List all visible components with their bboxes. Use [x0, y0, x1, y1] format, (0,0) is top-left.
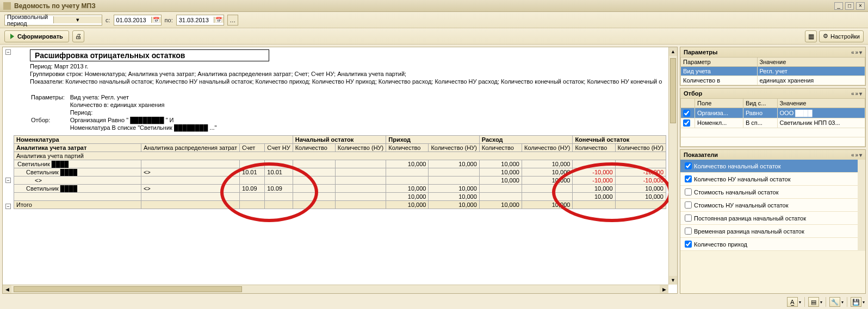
indicator-item[interactable]: Стоимость НУ начальный остаток: [680, 199, 858, 212]
panel-next[interactable]: »: [855, 152, 858, 158]
dropdown-icon[interactable]: ▾: [53, 16, 102, 23]
app-window: Ведомость по учету МПЗ _ □ × Произвольны…: [0, 0, 868, 309]
col-header: Количество (НУ): [335, 144, 386, 152]
calendar-icon[interactable]: 📅: [214, 17, 224, 23]
indicator-item[interactable]: Количество приход: [680, 238, 858, 251]
settings-toggle[interactable]: ⚙ Настройки: [819, 30, 864, 42]
dropdown-icon[interactable]: ▾: [841, 300, 844, 305]
parameters-panel: Параметры «»▾ ПараметрЗначение Вид учета…: [680, 47, 866, 86]
close-button[interactable]: ×: [856, 2, 865, 10]
collapse-button[interactable]: −: [5, 204, 11, 209]
panel-title-label: Отбор: [684, 90, 702, 97]
calendar-icon[interactable]: 📅: [151, 17, 161, 23]
font-button[interactable]: A̲: [787, 297, 798, 307]
indicator-label: Стоимость начальный остаток: [694, 189, 779, 196]
print-button[interactable]: 🖨: [72, 30, 84, 42]
horizontal-scrollbar[interactable]: ◀ ▶: [3, 285, 668, 293]
row-checkbox[interactable]: [683, 110, 690, 117]
col-header: Значение: [757, 58, 865, 67]
scrollbar-thumb[interactable]: [14, 286, 242, 292]
play-icon: [10, 34, 14, 39]
table-row[interactable]: Организа...РавноООО ████: [681, 108, 865, 118]
indicator-label: Количество приход: [694, 241, 747, 248]
collapse-button[interactable]: −: [5, 178, 11, 183]
filter-label: Отбор:: [31, 117, 69, 123]
panel-scrollbar[interactable]: [858, 160, 865, 251]
table-row[interactable]: Вид учетаРегл. учет: [681, 67, 865, 76]
tools-button[interactable]: 🔧: [829, 297, 840, 307]
panel-title-label: Параметры: [684, 49, 717, 55]
table-row[interactable]: <>10,00010,000-10,000-10,000: [14, 176, 666, 185]
title-bar: Ведомость по учету МПЗ _ □ ×: [0, 0, 868, 12]
collapse-button[interactable]: −: [5, 49, 11, 55]
indicator-checkbox[interactable]: [685, 215, 692, 222]
indicator-checkbox[interactable]: [685, 175, 692, 182]
date-from[interactable]: 📅: [114, 15, 162, 26]
layout-button[interactable]: ▤: [808, 297, 819, 307]
window-title: Ведомость по учету МПЗ: [14, 2, 96, 10]
param-row: Количество в: единицах хранения: [70, 102, 221, 108]
indicator-checkbox[interactable]: [685, 241, 692, 248]
dropdown-icon[interactable]: ▾: [799, 300, 801, 305]
panel-menu[interactable]: ▾: [859, 49, 862, 55]
indicator-checkbox[interactable]: [685, 162, 692, 169]
footer-toolbar: A̲▾ ▤▾ 🔧▾ 💾▾: [787, 297, 865, 307]
period-picker-button[interactable]: …: [227, 15, 238, 26]
table-row[interactable]: [681, 137, 865, 147]
panel-next[interactable]: »: [855, 91, 858, 97]
col-header: Поле: [695, 99, 743, 108]
period-mode-label: Произвольный период: [5, 14, 53, 27]
period-mode-select[interactable]: Произвольный период ▾: [4, 15, 102, 26]
indicator-checkbox[interactable]: [685, 188, 692, 196]
date-from-input[interactable]: [114, 17, 151, 23]
date-to[interactable]: 📅: [176, 15, 224, 26]
indicator-checkbox[interactable]: [685, 228, 692, 235]
col-header: Количество (НУ): [615, 144, 666, 152]
scrollbar-thumb[interactable]: [670, 58, 676, 123]
total-row: Итого10,00010,00010,00010,000: [14, 201, 666, 209]
panel-prev[interactable]: «: [851, 49, 854, 55]
date-to-input[interactable]: [177, 17, 214, 23]
settings-icon: ⚙: [823, 33, 828, 40]
report-pane: − Расшифровка отрицательных остатков Пер…: [2, 47, 678, 294]
table-row[interactable]: 10,00010,00010,00010,000: [14, 193, 666, 201]
dropdown-icon[interactable]: ▾: [820, 300, 822, 305]
minimize-button[interactable]: _: [834, 2, 843, 10]
main-area: − Расшифровка отрицательных остатков Пер…: [0, 45, 868, 296]
panel-menu[interactable]: ▾: [859, 152, 862, 158]
filter-row: Организация Равно " ████████ " И: [70, 117, 221, 123]
vertical-scrollbar[interactable]: ▲ ▼: [668, 47, 677, 285]
panel-prev[interactable]: «: [851, 91, 854, 97]
col-header: Количество: [573, 144, 615, 152]
table-row[interactable]: Светильник ████10,00010,00010,00010,000: [14, 160, 666, 168]
col-header: Количество (НУ): [429, 144, 479, 152]
table-row[interactable]: Количество вединицах хранения: [681, 76, 865, 85]
row-checkbox[interactable]: [683, 119, 690, 127]
from-label: с:: [106, 17, 110, 23]
save-button[interactable]: 💾: [851, 297, 861, 307]
indicator-checkbox[interactable]: [685, 201, 692, 209]
indicator-item[interactable]: Количество НУ начальный остаток: [680, 173, 858, 186]
panel-next[interactable]: »: [855, 49, 858, 55]
view-button[interactable]: ▦: [805, 30, 817, 42]
side-pane: Параметры «»▾ ПараметрЗначение Вид учета…: [680, 47, 866, 294]
generate-button[interactable]: Сформировать: [4, 30, 69, 42]
panel-menu[interactable]: ▾: [859, 91, 862, 97]
report-table: НоменклатураНачальный остатокПриходРасхо…: [14, 135, 666, 209]
table-row[interactable]: Светильник ████<>10.0910.0910,00010,0001…: [14, 185, 666, 193]
table-row[interactable]: Светильник ████<>10.0110.0110,00010,000-…: [14, 168, 666, 176]
indicator-item[interactable]: Временная разница начальный остаток: [680, 225, 858, 238]
table-row[interactable]: Номенкл...В сп...Светильник НПП 03...: [681, 118, 865, 128]
table-row[interactable]: [681, 128, 865, 137]
indicator-item[interactable]: Стоимость начальный остаток: [680, 186, 858, 199]
indicator-item[interactable]: Количество начальный остаток: [680, 160, 858, 173]
indicator-item[interactable]: Постоянная разница начальный остаток: [680, 212, 858, 225]
period-line: Период: Март 2013 г.: [30, 62, 666, 70]
dropdown-icon[interactable]: ▾: [863, 300, 865, 305]
period-toolbar: Произвольный период ▾ с: 📅 по: 📅 …: [0, 12, 868, 28]
filter-panel: Отбор «»▾ ПолеВид с...Значение Организа.…: [680, 88, 866, 147]
generate-button-label: Сформировать: [17, 33, 63, 40]
panel-title-label: Показатели: [684, 152, 718, 158]
panel-prev[interactable]: «: [851, 152, 854, 158]
maximize-button[interactable]: □: [845, 2, 854, 10]
